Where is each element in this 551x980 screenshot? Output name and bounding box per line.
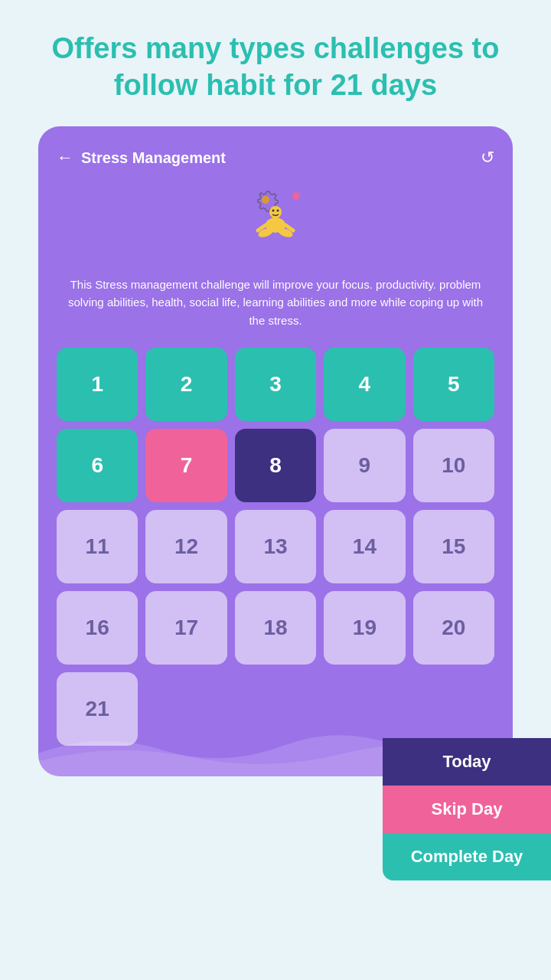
day-cell-7[interactable]: 7 [145,429,227,502]
headline-section: Offers many types challenges to follow h… [0,0,551,126]
day-cell-12[interactable]: 12 [145,510,227,583]
day-cell-11[interactable]: 11 [57,510,138,583]
day-cell-4[interactable]: 4 [324,348,405,421]
day-cell-15[interactable]: 15 [413,510,494,583]
days-grid: 123456789101112131415161718192021 [57,348,494,746]
today-button[interactable]: Today [383,738,551,786]
day-cell-14[interactable]: 14 [324,510,405,583]
back-button[interactable]: ← [57,148,73,168]
main-card: ← Stress Management ↺ [38,126,513,776]
day-cell-1[interactable]: 1 [57,348,138,421]
action-buttons-panel: Today Skip Day Complete Day [383,738,551,880]
back-icon: ← [57,148,73,168]
meditation-icon [241,183,310,252]
day-cell-3[interactable]: 3 [235,348,316,421]
day-cell-8[interactable]: 8 [235,429,316,502]
svg-point-7 [272,210,275,212]
svg-point-1 [269,206,282,218]
page-headline: Offers many types challenges to follow h… [0,0,551,126]
refresh-icon: ↺ [481,148,494,167]
day-cell-17[interactable]: 17 [145,591,227,665]
day-cell-5[interactable]: 5 [413,348,494,421]
card-title: Stress Management [81,149,481,167]
day-cell-10[interactable]: 10 [413,429,494,502]
card-header: ← Stress Management ↺ [57,148,494,168]
day-cell-18[interactable]: 18 [235,591,316,665]
day-cell-9[interactable]: 9 [324,429,405,502]
day-cell-16[interactable]: 16 [57,591,138,665]
day-cell-19[interactable]: 19 [324,591,405,665]
svg-point-0 [262,196,269,204]
day-cell-20[interactable]: 20 [413,591,494,665]
refresh-button[interactable]: ↺ [481,148,494,168]
challenge-illustration [57,183,494,263]
day-cell-13[interactable]: 13 [235,510,316,583]
challenge-description: This Stress management challenge will im… [57,276,494,329]
skip-day-button[interactable]: Skip Day [383,786,551,833]
complete-day-button[interactable]: Complete Day [383,833,551,880]
svg-point-8 [277,210,279,212]
day-cell-6[interactable]: 6 [57,429,138,502]
day-cell-2[interactable]: 2 [145,348,227,421]
